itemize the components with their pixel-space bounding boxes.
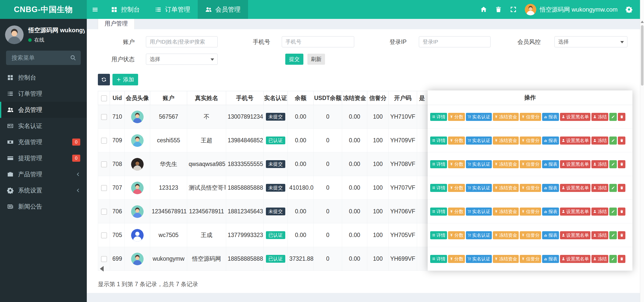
score-button[interactable]: 分数 <box>448 255 465 263</box>
detail-button[interactable]: 详情 <box>430 160 447 168</box>
edit-button[interactable] <box>609 255 617 263</box>
credit-score-button[interactable]: 信誉分 <box>520 160 541 168</box>
table-refresh-button[interactable] <box>98 74 110 85</box>
edit-button[interactable] <box>609 184 617 192</box>
freeze-funds-button[interactable]: 冻结资金 <box>493 184 519 192</box>
freeze-button[interactable]: 冻结 <box>591 160 608 168</box>
realname-auth-button[interactable]: 实名认证 <box>466 113 492 121</box>
row-checkbox[interactable] <box>101 138 107 144</box>
report-button[interactable]: 报表 <box>542 113 559 121</box>
report-button[interactable]: 报表 <box>542 184 559 192</box>
fullscreen-button[interactable] <box>510 6 517 13</box>
realname-auth-button[interactable]: 实名认证 <box>466 137 492 145</box>
detail-button[interactable]: 详情 <box>430 231 447 239</box>
sidebar-item-gear[interactable]: 系统设置 <box>0 182 87 198</box>
phone-input[interactable] <box>282 36 354 47</box>
freeze-funds-button[interactable]: 冻结资金 <box>493 255 519 263</box>
scroll-up-arrow-icon[interactable] <box>641 19 644 23</box>
realname-auth-button[interactable]: 实名认证 <box>466 231 492 239</box>
clear-cache-button[interactable] <box>495 6 502 13</box>
realname-auth-button[interactable]: 实名认证 <box>466 160 492 168</box>
credit-score-button[interactable]: 信誉分 <box>520 113 541 121</box>
detail-button[interactable]: 详情 <box>430 113 447 121</box>
realname-auth-button[interactable]: 实名认证 <box>466 208 492 216</box>
freeze-button[interactable]: 冻结 <box>591 231 608 239</box>
sidebar-item-product[interactable]: 产品管理 <box>0 166 87 182</box>
settings-button[interactable] <box>626 6 632 13</box>
table-scroll-left-arrow[interactable] <box>100 266 104 272</box>
delete-button[interactable] <box>618 231 625 239</box>
navbar-user-menu[interactable]: 悟空源码网 wukongymw.com <box>525 4 618 15</box>
edit-button[interactable] <box>609 137 617 145</box>
report-button[interactable]: 报表 <box>542 160 559 168</box>
blacklist-button[interactable]: 设置黑名单 <box>560 208 590 216</box>
detail-button[interactable]: 详情 <box>430 255 447 263</box>
blacklist-button[interactable]: 设置黑名单 <box>560 137 590 145</box>
detail-button[interactable]: 详情 <box>430 208 447 216</box>
freeze-button[interactable]: 冻结 <box>591 137 608 145</box>
score-button[interactable]: 分数 <box>448 184 465 192</box>
delete-button[interactable] <box>618 113 625 121</box>
sidebar-item-list[interactable]: 订单管理 <box>0 86 87 102</box>
tab-user-management[interactable]: 用户管理 <box>98 17 135 29</box>
row-checkbox[interactable] <box>101 256 107 262</box>
menu-search-input[interactable] <box>6 51 81 65</box>
delete-button[interactable] <box>618 255 625 263</box>
freeze-funds-button[interactable]: 冻结资金 <box>493 231 519 239</box>
freeze-funds-button[interactable]: 冻结资金 <box>493 160 519 168</box>
credit-score-button[interactable]: 信誉分 <box>520 255 541 263</box>
report-button[interactable]: 报表 <box>542 231 559 239</box>
report-button[interactable]: 报表 <box>542 208 559 216</box>
row-checkbox[interactable] <box>101 209 107 215</box>
nav-item-users[interactable]: 会员管理 <box>198 0 248 19</box>
edit-button[interactable] <box>609 160 617 168</box>
sidebar-item-dashboard[interactable]: 控制台 <box>0 70 87 86</box>
scrollbar-thumb[interactable] <box>641 25 643 86</box>
row-checkbox[interactable] <box>101 232 107 238</box>
sidebar-item-recharge[interactable]: 充值管理0 <box>0 134 87 150</box>
submit-button[interactable]: 提交 <box>285 54 303 65</box>
freeze-funds-button[interactable]: 冻结资金 <box>493 208 519 216</box>
delete-button[interactable] <box>618 184 625 192</box>
score-button[interactable]: 分数 <box>448 231 465 239</box>
sidebar-toggle-button[interactable] <box>87 0 103 19</box>
freeze-button[interactable]: 冻结 <box>591 255 608 263</box>
credit-score-button[interactable]: 信誉分 <box>520 231 541 239</box>
delete-button[interactable] <box>618 208 625 216</box>
freeze-button[interactable]: 冻结 <box>591 208 608 216</box>
row-checkbox[interactable] <box>101 114 107 120</box>
blacklist-button[interactable]: 设置黑名单 <box>560 255 590 263</box>
freeze-funds-button[interactable]: 冻结资金 <box>493 137 519 145</box>
row-checkbox[interactable] <box>101 161 107 167</box>
row-checkbox[interactable] <box>101 185 107 191</box>
detail-button[interactable]: 详情 <box>430 137 447 145</box>
sidebar-item-news[interactable]: 新闻公告 <box>0 198 87 215</box>
score-button[interactable]: 分数 <box>448 113 465 121</box>
select-all-checkbox[interactable] <box>101 95 107 101</box>
account-search-input[interactable] <box>146 36 218 47</box>
report-button[interactable]: 报表 <box>542 137 559 145</box>
page-scrollbar[interactable] <box>640 0 644 302</box>
sidebar-item-users[interactable]: 会员管理 <box>0 102 87 118</box>
blacklist-button[interactable]: 设置黑名单 <box>560 160 590 168</box>
delete-button[interactable] <box>618 160 625 168</box>
refresh-button[interactable]: 刷新 <box>307 54 325 65</box>
realname-auth-button[interactable]: 实名认证 <box>466 184 492 192</box>
login-ip-input[interactable] <box>419 36 491 47</box>
add-member-button[interactable]: 添加 <box>112 74 138 85</box>
credit-score-button[interactable]: 信誉分 <box>520 208 541 216</box>
nav-item-list[interactable]: 订单管理 <box>147 0 198 19</box>
credit-score-button[interactable]: 信誉分 <box>520 184 541 192</box>
risk-control-select[interactable]: 选择 <box>554 36 627 47</box>
score-button[interactable]: 分数 <box>448 160 465 168</box>
realname-auth-button[interactable]: 实名认证 <box>466 255 492 263</box>
freeze-button[interactable]: 冻结 <box>591 184 608 192</box>
edit-button[interactable] <box>609 113 617 121</box>
detail-button[interactable]: 详情 <box>430 184 447 192</box>
edit-button[interactable] <box>609 208 617 216</box>
delete-button[interactable] <box>618 137 625 145</box>
sidebar-item-idcard[interactable]: 实名认证 <box>0 118 87 134</box>
user-status-select[interactable]: 选择 <box>146 54 218 65</box>
blacklist-button[interactable]: 设置黑名单 <box>560 113 590 121</box>
blacklist-button[interactable]: 设置黑名单 <box>560 184 590 192</box>
